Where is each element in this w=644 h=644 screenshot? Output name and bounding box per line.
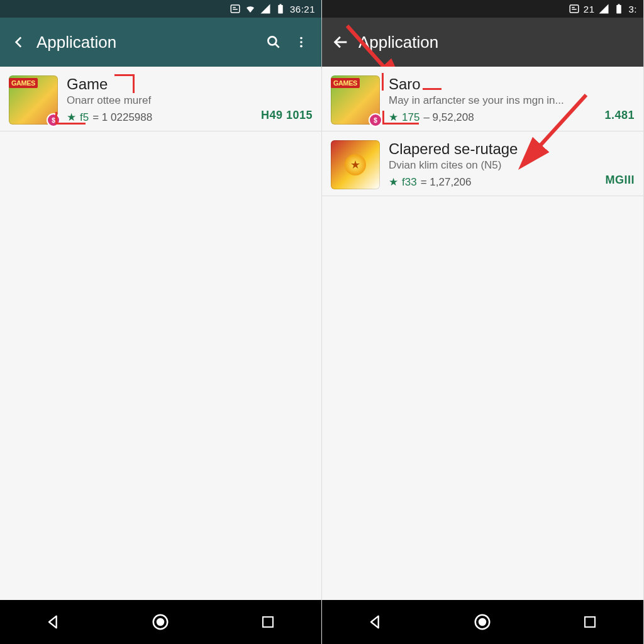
item-title: Clapered se-rutage bbox=[389, 140, 635, 158]
item-price: H49 1015 bbox=[261, 109, 313, 122]
wifi-icon bbox=[245, 3, 256, 14]
back-button[interactable] bbox=[6, 30, 31, 55]
svg-rect-15 bbox=[585, 617, 595, 627]
app-thumbnail: GAMES $ bbox=[331, 75, 380, 125]
star-icon: ★ bbox=[389, 175, 398, 189]
back-button[interactable] bbox=[328, 30, 353, 55]
svg-rect-11 bbox=[617, 5, 622, 14]
item-count: – 9,52,208 bbox=[423, 111, 474, 124]
app-bar: Application bbox=[0, 18, 321, 67]
svg-point-3 bbox=[268, 36, 276, 45]
signal-icon bbox=[598, 3, 609, 14]
thumb-badge: $ bbox=[369, 113, 382, 127]
star-icon: ★ bbox=[389, 111, 398, 124]
thumb-badge: $ bbox=[47, 113, 60, 127]
star-icon: ★ bbox=[67, 111, 76, 124]
app-title: Application bbox=[358, 33, 637, 52]
nav-recent[interactable] bbox=[249, 609, 287, 635]
item-rating: 175 bbox=[402, 111, 419, 124]
svg-point-14 bbox=[479, 619, 486, 625]
item-price: MGIII bbox=[606, 174, 635, 187]
item-count: = 1 0225988 bbox=[92, 111, 152, 124]
item-stats: ★ 175 – 9,52,208 bbox=[389, 111, 635, 124]
app-title: Application bbox=[36, 33, 260, 52]
thumb-label: GAMES bbox=[9, 78, 38, 88]
item-rating: f33 bbox=[402, 176, 417, 189]
nav-back[interactable] bbox=[357, 609, 394, 635]
svg-rect-1 bbox=[278, 5, 283, 14]
search-button[interactable] bbox=[260, 28, 287, 56]
svg-point-8 bbox=[157, 619, 164, 625]
signal-icon bbox=[260, 3, 271, 14]
svg-rect-9 bbox=[263, 617, 273, 627]
item-subtitle: Dvian klim cites on (N5) bbox=[389, 159, 635, 172]
item-count: = 1,27,206 bbox=[421, 176, 472, 189]
status-time: 3: bbox=[628, 4, 637, 14]
item-title: Game bbox=[67, 75, 313, 93]
svg-rect-2 bbox=[279, 4, 281, 6]
status-bar: 36:21 bbox=[0, 0, 321, 18]
list-item[interactable]: GAMES $ Saro May in arfancter se your in… bbox=[322, 67, 643, 131]
nav-recent[interactable] bbox=[571, 609, 609, 635]
overflow-button[interactable] bbox=[287, 28, 315, 56]
battery-icon bbox=[275, 3, 286, 14]
nav-bar bbox=[0, 600, 321, 644]
app-thumbnail: GAMES $ bbox=[9, 75, 58, 125]
svg-rect-12 bbox=[618, 4, 620, 6]
item-stats: ★ f33 = 1,27,206 bbox=[389, 175, 635, 189]
star-icon: ★ bbox=[345, 154, 366, 175]
list: GAMES $ Saro May in arfancter se your in… bbox=[322, 67, 643, 600]
app-bar: Application bbox=[322, 18, 643, 67]
thumb-label: GAMES bbox=[331, 78, 360, 88]
item-info: Saro May in arfancter se your ins mgn in… bbox=[389, 75, 635, 125]
item-info: Clapered se-rutage Dvian klim cites on (… bbox=[389, 140, 635, 189]
nav-home[interactable] bbox=[142, 609, 179, 635]
svg-point-4 bbox=[300, 37, 303, 40]
notif-icon bbox=[569, 3, 580, 14]
item-subtitle: Onarr ottee muref bbox=[67, 94, 313, 107]
item-title: Saro bbox=[389, 75, 635, 93]
svg-point-5 bbox=[300, 41, 303, 43]
status-time: 36:21 bbox=[290, 4, 315, 14]
app-thumbnail: ★ bbox=[331, 140, 380, 189]
nav-home[interactable] bbox=[464, 609, 501, 635]
screen-right: 21 3: Application GAMES $ Saro May in ar… bbox=[322, 0, 644, 644]
nav-bar bbox=[322, 600, 643, 644]
list-item[interactable]: GAMES $ Game Onarr ottee muref ★ f5 = 1 … bbox=[0, 67, 321, 131]
svg-point-6 bbox=[300, 45, 303, 48]
screen-left: 36:21 Application GAMES $ Game Onarr ott… bbox=[0, 0, 322, 644]
item-rating: f5 bbox=[80, 111, 89, 124]
item-price: 1.481 bbox=[604, 109, 635, 122]
battery-icon bbox=[613, 3, 625, 14]
nav-back[interactable] bbox=[35, 609, 72, 635]
item-subtitle: May in arfancter se your ins mgn in... bbox=[389, 94, 635, 107]
status-bar: 21 3: bbox=[322, 0, 643, 18]
list-item[interactable]: ★ Clapered se-rutage Dvian klim cites on… bbox=[322, 131, 643, 196]
status-signal: 21 bbox=[584, 4, 595, 14]
list: GAMES $ Game Onarr ottee muref ★ f5 = 1 … bbox=[0, 67, 321, 600]
notif-icon bbox=[230, 3, 241, 14]
